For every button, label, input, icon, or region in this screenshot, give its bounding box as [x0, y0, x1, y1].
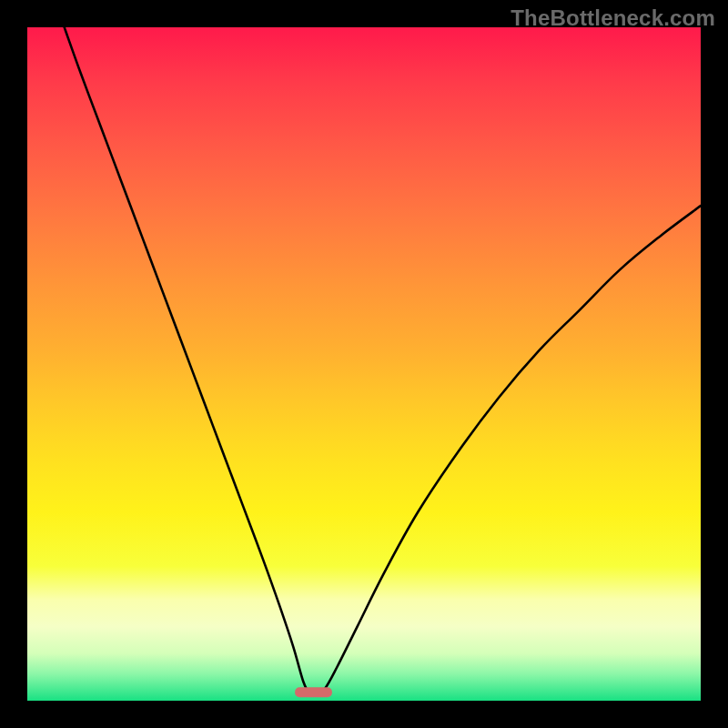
- chart-svg: [27, 27, 701, 701]
- chart-frame: TheBottleneck.com: [0, 0, 728, 728]
- watermark-text: TheBottleneck.com: [511, 5, 715, 31]
- plot-area: [27, 27, 701, 701]
- bottleneck-curve: [65, 27, 701, 695]
- minimum-marker: [295, 687, 332, 697]
